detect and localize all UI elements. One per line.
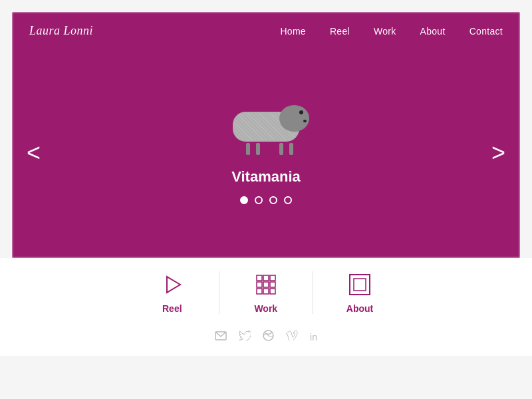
bottom-section: Reel Work [0,258,532,356]
nav-work[interactable]: Work [374,26,396,37]
animal-head [279,105,309,132]
nav-reel[interactable]: Reel [330,26,350,37]
bottom-item-work[interactable]: Work [219,271,313,314]
carousel-illustration [213,102,319,155]
svg-rect-6 [270,282,275,287]
svg-marker-0 [167,277,180,293]
carousel-dot-4[interactable] [284,196,292,204]
svg-rect-2 [263,275,269,281]
carousel-dot-3[interactable] [269,196,277,204]
carousel-dot-1[interactable] [240,196,248,204]
carousel-dot-2[interactable] [255,196,263,204]
carousel: < Vitamania > [13,49,519,257]
work-label: Work [254,303,277,314]
carousel-dots [240,196,292,204]
animal-leg-4 [289,143,293,155]
nav-links: Home Reel Work About Contact [280,25,503,37]
svg-rect-8 [263,289,269,294]
svg-rect-10 [350,275,370,295]
svg-rect-5 [263,282,269,287]
svg-rect-4 [257,282,262,287]
vimeo-icon[interactable] [286,331,298,343]
twitter-icon[interactable] [239,331,251,343]
carousel-next[interactable]: > [485,134,512,172]
play-icon [159,271,186,298]
site-logo[interactable]: Laura Lonni [29,24,93,38]
nav-home[interactable]: Home [280,26,306,37]
bottom-item-about[interactable]: About [313,271,406,314]
hero-section: Laura Lonni Home Reel Work About Contact… [12,12,520,258]
animal-leg-2 [256,143,260,155]
carousel-prev[interactable]: < [20,134,47,172]
linkedin-icon[interactable]: in [310,332,317,342]
animal-nose [303,120,307,122]
bottom-item-reel[interactable]: Reel [126,271,219,314]
svg-rect-11 [354,279,366,291]
animal-leg-3 [279,143,283,155]
reel-label: Reel [162,303,182,314]
about-label: About [346,303,373,314]
nav-about[interactable]: About [420,26,446,37]
carousel-title: Vitamania [231,168,301,186]
bottom-icons-row: Reel Work [0,271,532,314]
social-bar: in [0,325,532,349]
dribbble-icon[interactable] [263,330,274,344]
animal-leg-1 [246,143,250,155]
email-icon[interactable] [215,331,227,343]
svg-rect-7 [257,289,262,294]
grid-icon [253,271,279,298]
navigation: Laura Lonni Home Reel Work About Contact [13,13,519,49]
frame-icon [346,271,373,298]
svg-rect-3 [270,275,275,281]
animal-eye [299,110,303,114]
svg-rect-1 [257,275,262,281]
svg-rect-9 [270,289,275,294]
nav-contact[interactable]: Contact [469,26,503,37]
